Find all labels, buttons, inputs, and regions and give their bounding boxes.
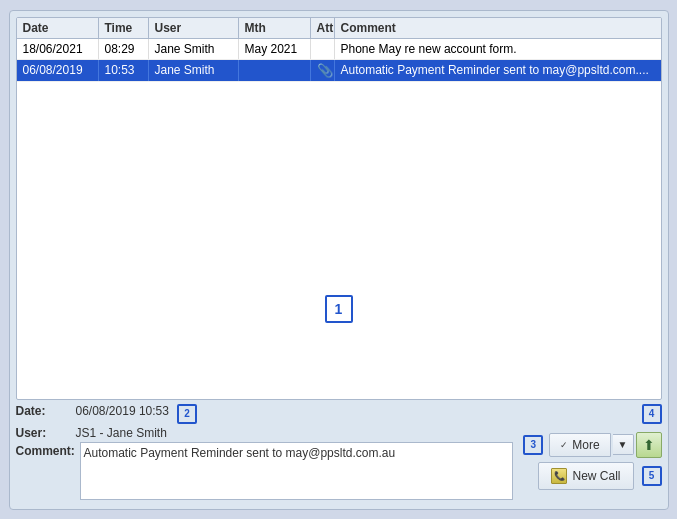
col-header-date: Date: [17, 18, 99, 38]
user-label: User:: [16, 426, 76, 440]
badge-3: 3: [523, 435, 543, 455]
date-value: 06/08/2019 10:53: [76, 404, 169, 418]
date-info-row: Date: 06/08/2019 10:53 2: [16, 404, 514, 424]
comment-box-wrap: [80, 442, 514, 503]
new-call-button[interactable]: 📞 New Call: [538, 462, 633, 490]
comment-row: Comment:: [16, 442, 514, 503]
more-button[interactable]: ✓ More: [549, 433, 610, 457]
date-label: Date:: [16, 404, 76, 418]
user-info-row: User: JS1 - Jane Smith: [16, 426, 514, 440]
table-body: 18/06/2021 08:29 Jane Smith May 2021 Pho…: [17, 39, 661, 219]
main-container: Date Time User Mth Att Comment 18/06/202…: [9, 10, 669, 510]
cell-time-1: 08:29: [99, 39, 149, 59]
comment-label: Comment:: [16, 442, 76, 458]
cell-date-1: 18/06/2021: [17, 39, 99, 59]
table-header: Date Time User Mth Att Comment: [17, 18, 661, 39]
new-call-icon: 📞: [551, 468, 567, 484]
export-button[interactable]: ⬆: [636, 432, 662, 458]
badge-4: 4: [642, 404, 662, 424]
cell-user-1: Jane Smith: [149, 39, 239, 59]
paperclip-icon: 📎: [317, 63, 333, 78]
checkmark-icon: ✓: [560, 440, 568, 450]
comment-textarea[interactable]: [80, 442, 514, 500]
cell-comment-2: Automatic Payment Reminder sent to may@p…: [335, 60, 661, 81]
col-header-att: Att: [311, 18, 335, 38]
chevron-down-icon: ▼: [618, 439, 628, 450]
new-call-label: New Call: [572, 469, 620, 483]
table-row[interactable]: 18/06/2021 08:29 Jane Smith May 2021 Pho…: [17, 39, 661, 60]
cell-comment-1: Phone May re new account form.: [335, 39, 661, 59]
buttons-section: 4 3 ✓ More ▼ ⬆ 📞 New Cal: [519, 404, 661, 503]
table-placeholder: 1: [17, 219, 661, 399]
info-section: Date: 06/08/2019 10:53 2 User: JS1 - Jan…: [16, 404, 514, 503]
cell-time-2: 10:53: [99, 60, 149, 81]
cell-date-2: 06/08/2019: [17, 60, 99, 81]
more-dropdown-arrow[interactable]: ▼: [613, 434, 634, 455]
badge-5: 5: [642, 466, 662, 486]
user-value: JS1 - Jane Smith: [76, 426, 167, 440]
table-area: Date Time User Mth Att Comment 18/06/202…: [16, 17, 662, 400]
col-header-time: Time: [99, 18, 149, 38]
col-header-comment: Comment: [335, 18, 661, 38]
col-header-user: User: [149, 18, 239, 38]
cell-mth-1: May 2021: [239, 39, 311, 59]
bottom-area: Date: 06/08/2019 10:53 2 User: JS1 - Jan…: [16, 404, 662, 503]
cell-att-1: [311, 39, 335, 59]
export-icon: ⬆: [643, 437, 655, 453]
table-row[interactable]: 06/08/2019 10:53 Jane Smith 📎 Automatic …: [17, 60, 661, 82]
cell-mth-2: [239, 60, 311, 81]
cell-user-2: Jane Smith: [149, 60, 239, 81]
badge-1: 1: [325, 295, 353, 323]
cell-att-2: 📎: [311, 60, 335, 81]
more-label: More: [572, 438, 599, 452]
badge-2: 2: [177, 404, 197, 424]
col-header-mth: Mth: [239, 18, 311, 38]
more-button-row: 3 ✓ More ▼ ⬆: [519, 432, 661, 458]
